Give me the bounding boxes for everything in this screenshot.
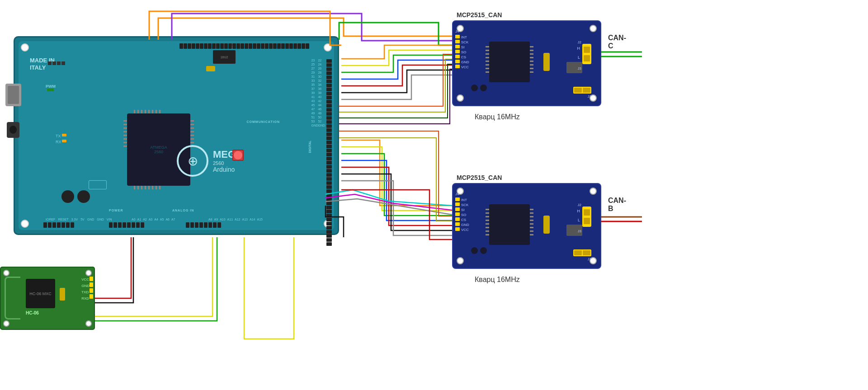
can-top-j2: J2 bbox=[578, 40, 581, 44]
can-top-j3: J3 bbox=[578, 66, 581, 70]
usb-port bbox=[5, 84, 21, 106]
capacitor-1 bbox=[61, 190, 74, 203]
can-bottom-title: MCP2515_CAN bbox=[457, 174, 502, 181]
capacitor-2 bbox=[77, 190, 90, 203]
power-jack bbox=[7, 122, 19, 138]
can-top-pin-labels: INTSCKSISOCSGNDVCC bbox=[461, 35, 469, 70]
can-bottom-j2: J2 bbox=[578, 203, 581, 207]
can-top-h: H bbox=[577, 46, 580, 51]
power-label: POWER bbox=[109, 209, 123, 212]
corner-circle-bl bbox=[21, 220, 29, 228]
can-top-title: MCP2515_CAN bbox=[457, 11, 502, 19]
can-bottom-l: L bbox=[578, 218, 580, 222]
pwm-label: PWM bbox=[46, 84, 56, 89]
can-module-top: MCP2515_CAN bbox=[452, 9, 601, 106]
arduino-text: Arduino bbox=[213, 166, 243, 173]
arduino-board: MADE IN ITALY PWM TX RX ATMEGA2560 bbox=[14, 36, 339, 235]
can-bottom-h: H bbox=[577, 209, 580, 213]
can-bottom-kvarz: Кварц 16MHz bbox=[475, 276, 520, 284]
hc06-chip-label: HC-06 MXC bbox=[29, 291, 52, 296]
hc06-module: HC-06 MXC HC-06 VCCGNDTXDRXD bbox=[0, 267, 95, 330]
hc06-pins: VCCGNDTXDRXD bbox=[81, 277, 90, 302]
arduino-model: 2560 bbox=[213, 160, 243, 166]
corner-circle-tl bbox=[21, 43, 29, 52]
digital-label: DIGITAL bbox=[308, 141, 311, 153]
hc06-name: HC-06 bbox=[26, 310, 39, 315]
can-top-l: L bbox=[578, 55, 580, 60]
can-c-label: CAN-C bbox=[608, 34, 626, 50]
can-bottom-j3: J3 bbox=[578, 229, 581, 233]
can-bottom-pin-labels: INTSCKSISOCSGNDVCC bbox=[461, 197, 469, 232]
can-module-bottom: MCP2515_CAN bbox=[452, 172, 601, 269]
can-top-j4: J4 bbox=[455, 29, 459, 33]
communication-label: COMMUNICATION bbox=[246, 120, 280, 123]
arduino-infinity-icon: ⊕ bbox=[177, 145, 208, 177]
can-b-label: CAN-B bbox=[608, 197, 626, 213]
rx-label: RX bbox=[56, 140, 61, 144]
tx-label: TX bbox=[56, 134, 61, 138]
diagram-container: MADE IN ITALY PWM TX RX ATMEGA2560 bbox=[0, 0, 868, 390]
can-bottom-j4: J4 bbox=[455, 192, 459, 196]
can-top-kvarz: Кварц 16MHz bbox=[475, 113, 520, 121]
analog-label: ANALOG IN bbox=[172, 209, 194, 212]
corner-circle-tr bbox=[324, 43, 332, 52]
